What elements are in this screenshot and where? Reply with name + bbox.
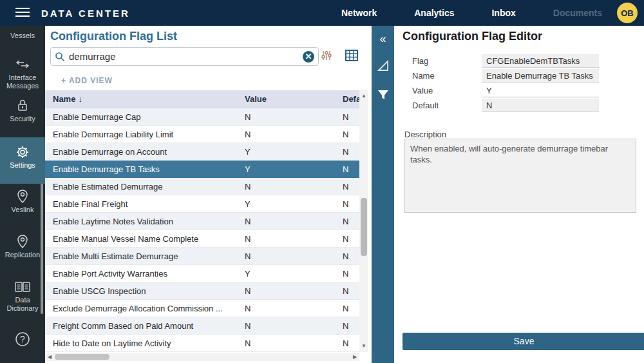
add-view-button[interactable]: + ADD VIEW: [61, 76, 113, 85]
table-row[interactable]: Enable Demurrage CapNN: [45, 108, 359, 126]
table-row[interactable]: Enable Multi Estimate DemurrageNN: [45, 248, 359, 265]
lock-icon: [0, 97, 45, 112]
filter-settings-icon[interactable]: [321, 50, 334, 63]
sidebar-item-data-dictionary[interactable]: Data Dictionary: [0, 278, 45, 315]
default-field[interactable]: N: [482, 99, 599, 112]
column-header-default[interactable]: Default: [343, 94, 359, 104]
cell-name: Enable Multi Estimate Demurrage: [53, 251, 240, 261]
cell-default: N: [343, 164, 357, 174]
table-row[interactable]: Hide to Date on Laytime ActivityNN: [45, 335, 359, 352]
cell-value: Y: [245, 164, 309, 174]
cell-default: N: [343, 251, 357, 261]
menu-icon[interactable]: [15, 8, 30, 18]
vertical-scrollbar[interactable]: ▲ ▼: [359, 90, 368, 352]
config-flag-editor-panel: Configuration Flag Editor FlagCFGEnableD…: [394, 26, 644, 363]
table-row[interactable]: Enable Port Activity WarrantiesYN: [45, 265, 359, 282]
scroll-right-icon[interactable]: ▶: [350, 353, 359, 361]
cell-default: N: [343, 130, 357, 139]
search-input[interactable]: [69, 51, 303, 62]
description-field[interactable]: When enabled, will auto-generate demurra…: [404, 139, 636, 213]
sidebar: VesselsInterface MessagesSecuritySetting…: [0, 26, 45, 363]
sidebar-item-label: Data Dictionary: [0, 296, 45, 313]
table-row[interactable]: Enable Demurrage TB TasksYN: [45, 161, 359, 178]
description-label: Description: [404, 130, 446, 139]
table-row[interactable]: Enable Laytime Notes ValidationNN: [45, 213, 359, 230]
nav-analytics[interactable]: Analytics: [414, 8, 454, 18]
topbar: DATA CENTER NetworkAnalyticsInboxDocumen…: [0, 0, 644, 26]
scroll-down-icon[interactable]: ▼: [359, 342, 368, 351]
editor-tool-strip: «: [372, 26, 394, 363]
cell-default: N: [343, 147, 357, 157]
sidebar-item-vessels[interactable]: Vessels: [0, 29, 45, 42]
cell-value: Y: [245, 199, 309, 209]
table-body: Enable Demurrage CapNNEnable Demurrage L…: [45, 108, 359, 352]
avatar[interactable]: OB: [617, 3, 638, 23]
table-row[interactable]: Enable USCG InspectionNN: [45, 282, 359, 300]
cell-default: N: [343, 234, 357, 244]
sidebar-item-interface-messages[interactable]: Interface Messages: [0, 55, 45, 89]
cell-name: Enable Final Freight: [53, 199, 240, 209]
save-button[interactable]: Save: [402, 333, 644, 350]
nav-documents[interactable]: Documents: [553, 8, 602, 18]
scroll-up-icon[interactable]: ▲: [359, 92, 368, 101]
nav-network[interactable]: Network: [341, 8, 377, 18]
value-field[interactable]: Y: [482, 84, 599, 97]
topbar-nav: NetworkAnalyticsInboxDocuments: [341, 0, 602, 26]
transfer-arrows-icon: [0, 55, 45, 71]
sidebar-item-veslink[interactable]: Veslink: [0, 188, 45, 222]
search-box: ✕: [50, 47, 319, 66]
clear-search-icon[interactable]: ✕: [303, 51, 314, 63]
table-row[interactable]: Enable Final FreightYN: [45, 195, 359, 213]
table-row[interactable]: Exclude Demurrage Allocation Commission …: [45, 300, 359, 317]
cell-default: N: [343, 338, 357, 348]
table-row[interactable]: Enable Demurrage Liability LimitNN: [45, 126, 359, 143]
cell-name: Enable Demurrage Liability Limit: [53, 130, 240, 139]
grid-view-icon[interactable]: [345, 50, 358, 63]
field-row: ValueY: [412, 83, 625, 98]
field-row: FlagCFGEnableDemTBTasks: [412, 54, 625, 68]
column-header-value[interactable]: Value: [245, 94, 335, 104]
flag-field[interactable]: CFGEnableDemTBTasks: [482, 54, 599, 68]
column-header-name[interactable]: Name↓: [53, 94, 240, 104]
cell-default: N: [343, 321, 357, 331]
cell-value: N: [245, 321, 309, 331]
cell-value: N: [245, 182, 309, 191]
sidebar-item-label: Veslink: [0, 206, 45, 214]
table-row[interactable]: Enable Demurrage on AccountYN: [45, 143, 359, 161]
map-pin-icon: [0, 188, 45, 203]
table-row[interactable]: Enable Estimated DemurrageNN: [45, 178, 359, 195]
cell-value: N: [245, 112, 309, 122]
sidebar-item-label: Settings: [0, 161, 45, 170]
sidebar-item-label: Security: [0, 115, 45, 123]
select-triangle-icon[interactable]: [372, 59, 394, 75]
cell-name: Enable Manual Vessel Name Complete: [53, 234, 240, 244]
nav-inbox[interactable]: Inbox: [491, 8, 515, 18]
cell-value: N: [245, 130, 309, 139]
filter-icon[interactable]: [372, 89, 394, 103]
sidebar-item-settings[interactable]: Settings: [0, 137, 45, 184]
table-row[interactable]: Enable Manual Vessel Name CompleteNN: [45, 230, 359, 248]
field-row: DefaultN: [412, 98, 625, 113]
vertical-scrollbar-thumb[interactable]: [361, 198, 367, 256]
cell-default: N: [343, 269, 357, 279]
cell-default: N: [343, 112, 357, 122]
horizontal-scrollbar-thumb[interactable]: [55, 354, 109, 360]
collapse-panel-icon[interactable]: «: [372, 32, 394, 45]
scroll-left-icon[interactable]: ◀: [45, 353, 54, 361]
sort-descending-icon: ↓: [78, 94, 82, 104]
cell-value: Y: [245, 269, 309, 279]
editor-fields: FlagCFGEnableDemTBTasksNameEnable Demurr…: [412, 54, 625, 113]
horizontal-scrollbar[interactable]: ◀ ▶: [45, 353, 359, 361]
table-header: Name↓ Value Default: [45, 90, 359, 108]
sidebar-item-security[interactable]: Security: [0, 97, 45, 128]
editor-title: Configuration Flag Editor: [402, 30, 542, 43]
cell-name: Enable USCG Inspection: [53, 286, 240, 296]
table-row[interactable]: Freight Comm Based on Paid AmountNN: [45, 317, 359, 335]
cell-default: N: [343, 182, 357, 191]
sidebar-item-help[interactable]: ?: [0, 330, 45, 356]
name-field[interactable]: Enable Demurrage TB Tasks: [482, 69, 599, 83]
cell-name: Hide to Date on Laytime Activity: [53, 338, 240, 348]
sidebar-item-replication[interactable]: Replication: [0, 233, 45, 268]
cell-name: Enable Demurrage TB Tasks: [53, 164, 240, 174]
help-circle-icon: ?: [0, 330, 45, 346]
